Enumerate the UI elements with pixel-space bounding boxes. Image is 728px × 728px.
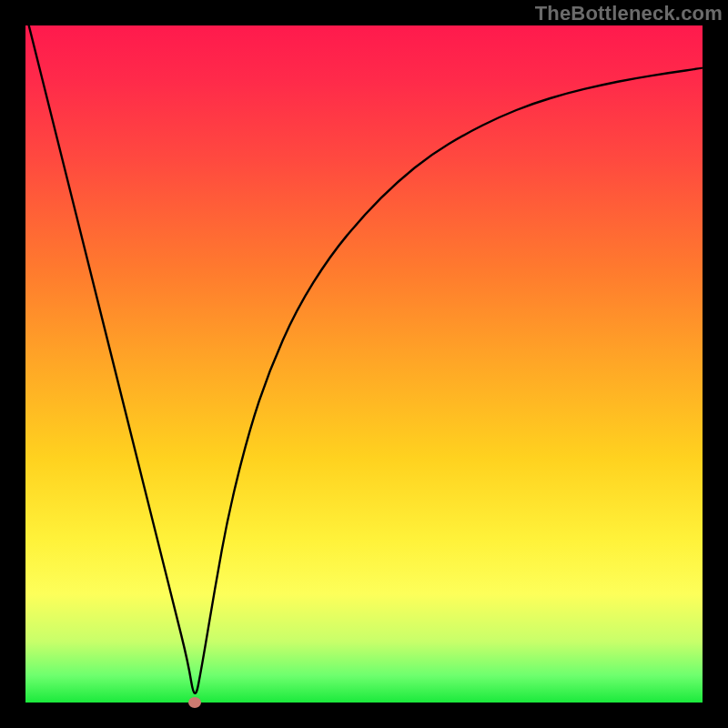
chart-frame: TheBottleneck.com	[0, 0, 728, 728]
optimal-point-marker	[188, 697, 201, 708]
plot-area	[25, 25, 703, 703]
watermark-text: TheBottleneck.com	[535, 2, 723, 25]
